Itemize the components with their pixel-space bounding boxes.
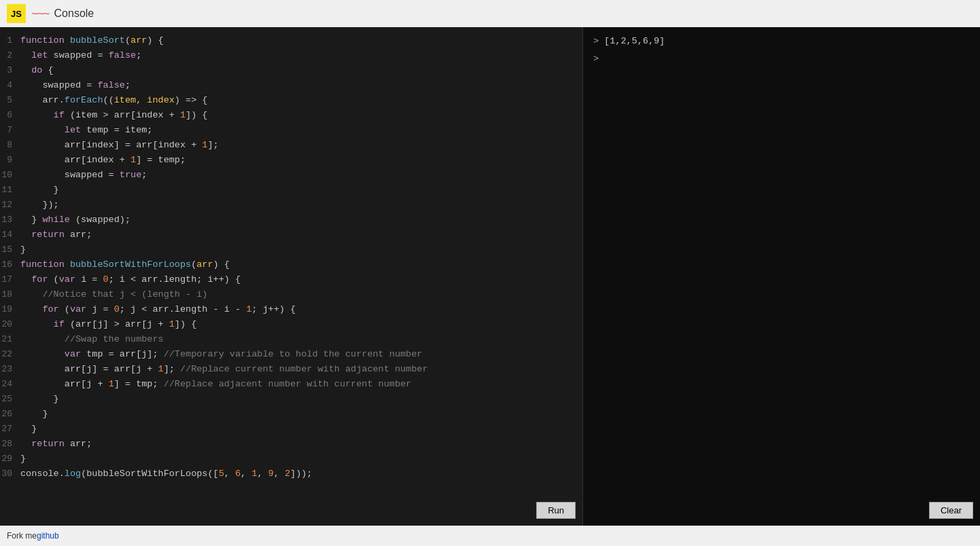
line-number: 3	[0, 64, 20, 77]
line-number: 25	[0, 393, 20, 406]
code-token: true	[120, 170, 141, 180]
line-content: if (item > arr[index + 1]) {	[20, 109, 582, 122]
code-token	[20, 65, 31, 75]
run-button[interactable]: Run	[536, 502, 576, 519]
code-token: log	[65, 469, 81, 479]
code-line: 16function bubbleSortWithForLoops(arr) {	[0, 258, 582, 273]
line-content: if (arr[j] > arr[j + 1]) {	[20, 318, 582, 331]
code-line: 6 if (item > arr[index + 1]) {	[0, 109, 582, 124]
code-token: //Replace current number with adjacent n…	[180, 364, 428, 374]
line-content: swapped = false;	[20, 79, 582, 92]
line-content: var tmp = arr[j]; //Temporary variable t…	[20, 348, 582, 361]
code-line: 2 let swapped = false;	[0, 49, 582, 64]
footer-github-link[interactable]: github	[37, 531, 59, 541]
console-line: >	[593, 52, 970, 67]
line-content: function bubbleSort(arr) {	[20, 34, 582, 48]
line-content: //Swap the numbers	[20, 333, 582, 346]
code-token: i =	[81, 274, 103, 285]
line-content: return arr;	[20, 228, 582, 242]
code-token: for	[31, 274, 53, 285]
code-token: false	[97, 80, 125, 90]
code-token: }	[20, 185, 59, 195]
code-token: 1	[180, 110, 186, 120]
line-number: 9	[0, 153, 20, 167]
line-content: }	[20, 393, 582, 406]
code-token: arr[j +	[20, 379, 109, 389]
code-token	[20, 274, 31, 285]
line-number: 28	[0, 437, 20, 451]
line-number: 26	[0, 407, 20, 421]
code-token: (	[54, 274, 59, 285]
console-value: [1,2,5,6,9]	[604, 34, 665, 49]
code-token: var	[65, 349, 86, 359]
code-line: 24 arr[j + 1] = tmp; //Replace adjacent …	[0, 378, 582, 393]
code-token: while	[42, 215, 75, 225]
code-line: 5 arr.forEach((item, index) => {	[0, 94, 582, 109]
code-token: //Notice that j < (length - i)	[42, 289, 207, 299]
code-token: (	[65, 304, 70, 314]
code-token: for	[42, 304, 64, 314]
line-number: 20	[0, 318, 20, 331]
code-token: var	[59, 274, 81, 285]
code-line: 8 arr[index] = arr[index + 1];	[0, 139, 582, 153]
line-content: arr.forEach((item, index) => {	[20, 94, 582, 107]
code-token: 1	[109, 379, 114, 389]
code-line: 4 swapped = false;	[0, 79, 582, 94]
code-token: //Swap the numbers	[65, 334, 164, 344]
line-number: 14	[0, 228, 20, 242]
console-panel: >[1,2,5,6,9]> Clear	[583, 27, 980, 526]
code-token: tmp = arr[j];	[86, 349, 163, 359]
code-token: ; j++) {	[251, 304, 296, 314]
code-token: forEach	[65, 95, 103, 105]
line-number: 7	[0, 124, 20, 137]
code-token: (arr[j] > arr[j +	[70, 319, 169, 329]
run-button-container: Run	[536, 502, 576, 519]
code-token: 5	[219, 469, 224, 479]
code-editor[interactable]: 1function bubbleSort(arr) {2 let swapped…	[0, 27, 582, 526]
code-line: 28 return arr;	[0, 437, 582, 452]
line-content: arr[j + 1] = tmp; //Replace adjacent num…	[20, 378, 582, 391]
code-line: 11 }	[0, 183, 582, 198]
code-token: {	[48, 65, 54, 75]
js-logo: JS	[7, 4, 26, 23]
code-token	[20, 304, 42, 314]
code-token: }	[20, 244, 26, 255]
line-content: }	[20, 407, 582, 421]
code-token: ;	[125, 80, 130, 90]
line-content: swapped = true;	[20, 168, 582, 182]
editor-panel[interactable]: 1function bubbleSort(arr) {2 let swapped…	[0, 27, 583, 526]
code-token: if	[54, 319, 70, 329]
code-token: }	[20, 394, 59, 404]
app-title: Console	[54, 7, 94, 20]
footer: Fork me github	[0, 526, 980, 546]
code-token: arr	[196, 259, 213, 270]
line-number: 6	[0, 109, 20, 122]
code-token: console.	[20, 469, 65, 479]
line-content: let temp = item;	[20, 124, 582, 137]
code-line: 26 }	[0, 407, 582, 422]
line-content: for (var i = 0; i < arr.length; i++) {	[20, 273, 582, 287]
code-line: 30console.log(bubbleSortWithForLoops([5,…	[0, 467, 582, 482]
code-token: arr[index] = arr[index +	[20, 140, 202, 150]
code-token: 1	[130, 155, 136, 165]
code-token: (swapped);	[75, 215, 130, 225]
code-line: 14 return arr;	[0, 228, 582, 243]
code-line: 25 }	[0, 393, 582, 407]
line-content: }	[20, 183, 582, 197]
line-number: 13	[0, 213, 20, 227]
code-token: ] = temp;	[136, 155, 186, 165]
code-token: }	[20, 215, 42, 225]
line-content: do {	[20, 64, 582, 77]
line-number: 24	[0, 378, 20, 391]
line-number: 19	[0, 303, 20, 316]
console-prompt: >	[593, 52, 599, 67]
code-token: 1	[158, 364, 164, 374]
clear-button[interactable]: Clear	[929, 502, 973, 519]
code-line: 22 var tmp = arr[j]; //Temporary variabl…	[0, 348, 582, 363]
line-content: //Notice that j < (length - i)	[20, 288, 582, 302]
code-token: swapped =	[20, 80, 97, 90]
code-token: let	[31, 50, 53, 60]
code-token: }	[20, 409, 48, 419]
code-token: do	[31, 65, 48, 75]
code-token: ;	[136, 50, 141, 60]
